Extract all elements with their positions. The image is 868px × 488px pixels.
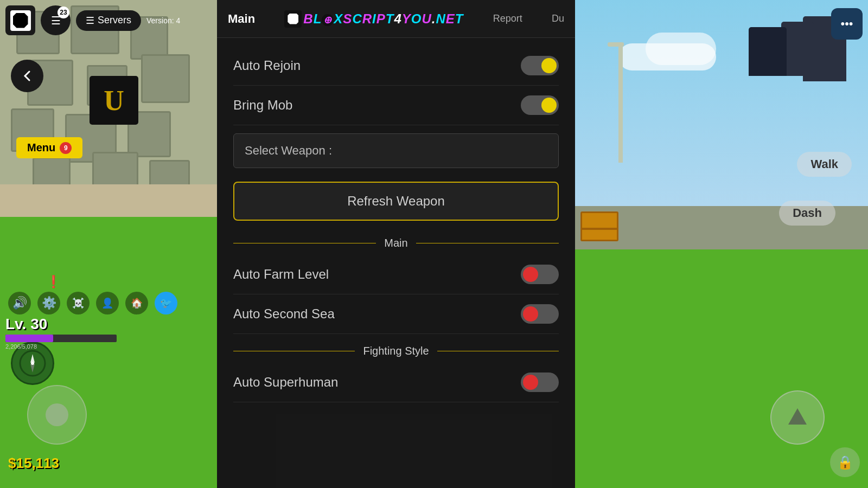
servers-button[interactable]: ☰ Servers [76, 10, 141, 31]
notification-badge: 23 [58, 7, 69, 18]
walk-button[interactable]: Walk [797, 152, 852, 177]
auto-superhuman-toggle[interactable] [521, 373, 559, 392]
lock-button[interactable]: 🔒 [830, 447, 860, 477]
joystick[interactable] [27, 385, 87, 445]
auto-second-sea-toggle[interactable] [521, 304, 559, 324]
auto-superhuman-row: Auto Superhuman [233, 363, 559, 402]
refresh-weapon-button[interactable]: Refresh Weapon [233, 182, 559, 221]
fs-divider-line-left [233, 351, 355, 351]
tab-report[interactable]: Report [493, 13, 522, 24]
panel-header: Main BL⊕XSCRIPT4YOU.NET Report Du [217, 0, 575, 38]
logo-text: BL⊕XSCRIPT4YOU.NET [303, 11, 463, 27]
panel-content: Auto Rejoin Bring Mob Select Weapon : Re… [217, 38, 575, 488]
main-section-divider: Main [233, 226, 559, 255]
script-panel: Main BL⊕XSCRIPT4YOU.NET Report Du Auto R… [217, 0, 575, 488]
top-left-ui: ☰ 23 ☰ Servers Version: 4 [5, 5, 180, 35]
exp-bar [5, 335, 117, 342]
bring-mob-row: Bring Mob [233, 86, 559, 125]
level-text: Lv. 30 [5, 316, 117, 333]
auto-rejoin-label: Auto Rejoin [233, 58, 301, 73]
select-weapon-row: Select Weapon : [233, 125, 559, 176]
auto-farm-level-label: Auto Farm Level [233, 267, 329, 282]
back-button[interactable] [11, 60, 43, 92]
u-logo: U [90, 76, 138, 125]
menu-badge: 9 [60, 142, 72, 154]
version-label: Version: 4 [146, 16, 180, 25]
fs-divider-line-right [437, 351, 559, 351]
twitter-icon[interactable]: 🐦 [155, 292, 177, 314]
tab-main[interactable]: Main [228, 12, 255, 26]
divider-line-right [416, 243, 559, 243]
exclamation-icon: ❗ [46, 275, 61, 289]
level-info: Lv. 30 2,206/5,078 [5, 316, 117, 350]
divider-line-left [233, 243, 376, 243]
up-joystick[interactable] [770, 390, 825, 445]
auto-farm-level-row: Auto Farm Level [233, 255, 559, 294]
logo-box [284, 10, 302, 28]
select-weapon-input[interactable]: Select Weapon : [233, 133, 559, 168]
auto-superhuman-label: Auto Superhuman [233, 375, 338, 390]
bring-mob-toggle[interactable] [521, 95, 559, 115]
exp-text: 2,206/5,078 [5, 343, 117, 350]
settings-icon[interactable]: ⚙️ [37, 292, 60, 314]
auto-second-sea-row: Auto Second Sea [233, 294, 559, 334]
bring-mob-label: Bring Mob [233, 98, 292, 113]
person-icon[interactable]: 👤 [96, 292, 119, 314]
tab-du[interactable]: Du [552, 13, 564, 24]
home-icon[interactable]: 🏠 [125, 292, 148, 314]
fighting-style-section-divider: Fighting Style [233, 334, 559, 363]
dash-button[interactable]: Dash [779, 201, 835, 226]
skull-icon[interactable]: ☠️ [67, 292, 90, 314]
joystick-knob [46, 403, 68, 426]
fighting-style-label: Fighting Style [363, 345, 429, 357]
panel-logo: BL⊕XSCRIPT4YOU.NET [284, 10, 463, 28]
roblox-logo[interactable] [5, 5, 35, 35]
auto-farm-level-toggle[interactable] [521, 265, 559, 284]
notifications-button[interactable]: ☰ 23 [41, 5, 71, 35]
options-button[interactable]: ••• [831, 8, 863, 40]
main-section-label: Main [384, 237, 407, 249]
svg-marker-4 [788, 408, 807, 425]
currency-display: $15,113 [8, 455, 59, 472]
auto-second-sea-label: Auto Second Sea [233, 306, 335, 322]
svg-point-3 [31, 362, 34, 365]
sound-icon[interactable]: 🔊 [8, 292, 31, 314]
auto-rejoin-toggle[interactable] [521, 56, 559, 75]
auto-rejoin-row: Auto Rejoin [233, 46, 559, 86]
